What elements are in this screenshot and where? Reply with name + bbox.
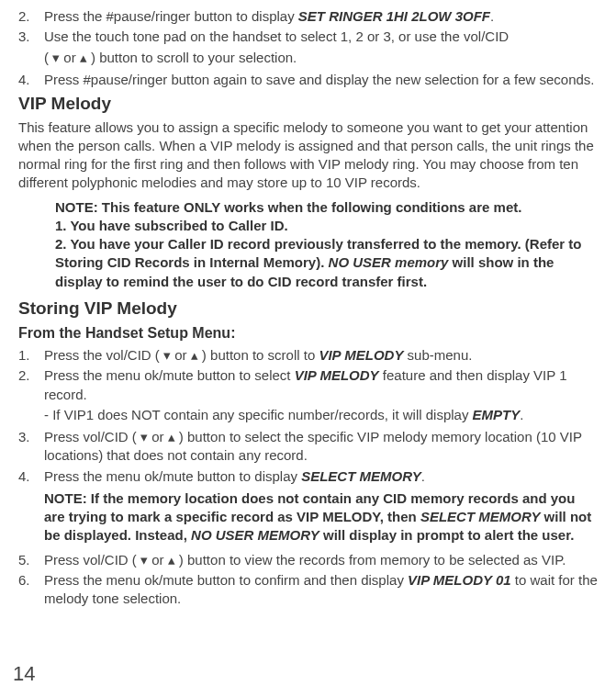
- store-step-1-c: sub-menu.: [403, 347, 472, 363]
- store-step-3-num: 3.: [18, 428, 44, 466]
- note-line2: 1. You have subscribed to Caller ID.: [55, 217, 590, 235]
- note-line1: NOTE: This feature ONLY works when the f…: [55, 198, 590, 217]
- store-step-4: 4. Press the menu ok/mute button to disp…: [18, 467, 609, 486]
- step-3-sub: ( ▾ or ▴ ) button to scroll to your sele…: [44, 49, 609, 67]
- step-2-text-c: .: [490, 8, 494, 24]
- step-4-num: 4.: [18, 71, 44, 89]
- note-select-memory: NOTE: If the memory location does not co…: [44, 489, 595, 545]
- step-2-text-b: SET RINGER 1HI 2LOW 3OFF: [298, 8, 490, 24]
- store-step-2-num: 2.: [18, 366, 44, 404]
- store-step-6: 6. Press the menu ok/mute button to conf…: [18, 571, 609, 609]
- store-step-2-sub-a: - If VIP1 does NOT contain any specific …: [44, 407, 473, 422]
- note2-b: SELECT MEMORY: [420, 509, 541, 524]
- note2-d: NO USER MEMORY: [191, 527, 319, 543]
- step-3-text: Use the touch tone pad on the handset to…: [44, 28, 609, 46]
- store-step-6-num: 6.: [18, 571, 44, 609]
- store-step-1-text: Press the vol/CID ( ▾ or ▴ ) button to s…: [44, 346, 609, 365]
- store-step-1: 1. Press the vol/CID ( ▾ or ▴ ) button t…: [18, 346, 609, 365]
- store-step-5: 5. Press vol/CID ( ▾ or ▴ ) button to vi…: [18, 551, 609, 569]
- step-2-text: Press the #pause/ringer button to displa…: [44, 7, 609, 26]
- heading-vip-melody: VIP Melody: [18, 92, 609, 116]
- paragraph-vip-melody: This feature allows you to assign a spec…: [18, 118, 609, 193]
- step-2: 2. Press the #pause/ringer button to dis…: [18, 7, 609, 26]
- note2-e: will display in prompt to alert the user…: [319, 527, 575, 543]
- store-step-4-num: 4.: [18, 467, 44, 486]
- step-2-num: 2.: [18, 7, 44, 26]
- step-4-text: Press #pause/ringer button again to save…: [44, 71, 609, 89]
- store-step-2-a: Press the menu ok/mute button to select: [44, 367, 295, 383]
- store-step-2-b: VIP MELODY: [295, 367, 379, 383]
- store-step-6-a: Press the menu ok/mute button to confirm…: [44, 572, 408, 588]
- store-step-4-text: Press the menu ok/mute button to display…: [44, 467, 609, 486]
- store-step-2-sub: - If VIP1 does NOT contain any specific …: [44, 406, 609, 424]
- note-line3-b: NO USER memory: [329, 254, 449, 270]
- note-conditions: NOTE: This feature ONLY works when the f…: [55, 198, 590, 291]
- store-step-3-text: Press vol/CID ( ▾ or ▴ ) button to selec…: [44, 428, 609, 466]
- store-step-4-b: SELECT MEMORY: [301, 468, 421, 484]
- store-step-5-text: Press vol/CID ( ▾ or ▴ ) button to view …: [44, 551, 609, 569]
- store-step-1-b: VIP MELODY: [319, 347, 403, 363]
- store-step-6-b: VIP MELODY 01: [408, 572, 511, 588]
- note-line3: 2. You have your Caller ID record previo…: [55, 235, 590, 291]
- store-step-1-a: Press the vol/CID ( ▾ or ▴ ) button to s…: [44, 347, 319, 363]
- store-step-1-num: 1.: [18, 346, 44, 365]
- store-step-2: 2. Press the menu ok/mute button to sele…: [18, 366, 609, 404]
- store-step-6-text: Press the menu ok/mute button to confirm…: [44, 571, 609, 609]
- store-step-5-num: 5.: [18, 551, 44, 569]
- store-step-4-c: .: [421, 468, 425, 484]
- step-4: 4. Press #pause/ringer button again to s…: [18, 71, 609, 89]
- store-step-4-a: Press the menu ok/mute button to display: [44, 468, 301, 484]
- page-number: 14: [13, 660, 35, 688]
- step-2-text-a: Press the #pause/ringer button to displa…: [44, 8, 298, 24]
- heading-storing-vip: Storing VIP Melody: [18, 297, 609, 320]
- step-3-num: 3.: [18, 28, 44, 46]
- store-step-2-text: Press the menu ok/mute button to select …: [44, 366, 609, 404]
- store-step-2-sub-c: .: [520, 407, 523, 422]
- step-3: 3. Use the touch tone pad on the handset…: [18, 28, 609, 46]
- subhead-handset-menu: From the Handset Setup Menu:: [18, 323, 609, 343]
- store-step-3: 3. Press vol/CID ( ▾ or ▴ ) button to se…: [18, 428, 609, 466]
- store-step-2-sub-b: EMPTY: [473, 407, 521, 422]
